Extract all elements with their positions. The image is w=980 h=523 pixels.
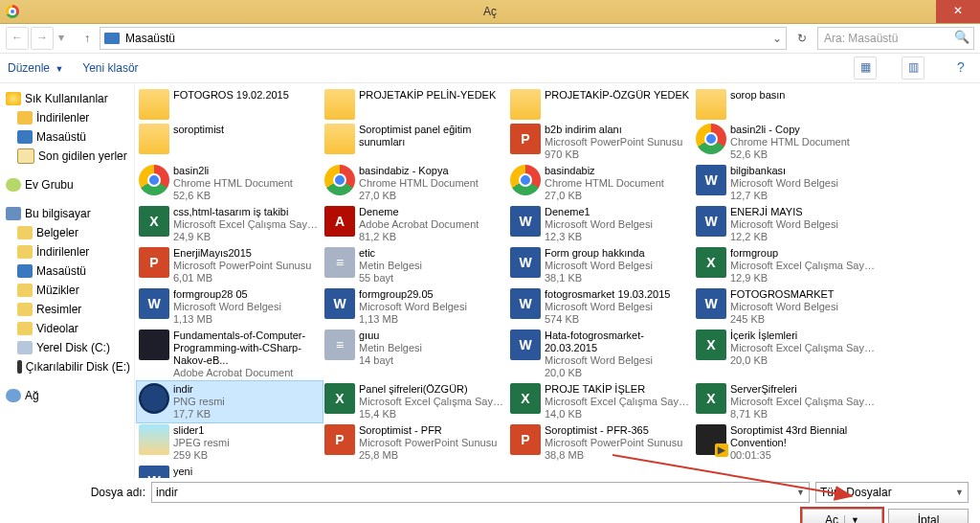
up-button[interactable]: ↑ [78,30,96,47]
file-item[interactable]: WDeneme1Microsoft Word Belgesi12,3 KB [508,204,694,245]
homegroup-icon [6,178,21,192]
cancel-button[interactable]: İptal [888,509,969,523]
back-button[interactable]: ← [6,27,29,50]
sidebar-thispc[interactable]: Bu bilgisayar [0,204,134,223]
file-item[interactable]: basin2li - CopyChrome HTML Document52,6 … [694,122,880,163]
sidebar-favorites[interactable]: Sık Kullanılanlar [0,89,134,108]
file-item[interactable]: WFOTOGROSMARKETMicrosoft Word Belgesi245… [694,286,880,328]
file-item[interactable]: sorop basın [694,87,880,122]
breadcrumb[interactable]: Masaüstü ⌄ [100,27,787,50]
close-button[interactable]: ✕ [936,0,980,23]
file-item[interactable]: ≡eticMetin Belgesi55 bayt [323,245,508,286]
file-size: 245 KB [730,313,838,326]
file-item[interactable]: XformgroupMicrosoft Excel Çalışma Sayfas… [694,245,880,286]
file-item[interactable]: basindabiz - KopyaChrome HTML Document27… [323,163,508,204]
main-area: Sık Kullanılanlar İndirilenler Masaüstü … [0,83,980,478]
word-icon: W [324,288,355,319]
search-input[interactable]: Ara: Masaüstü 🔍 [817,27,974,50]
folder-icon [17,284,33,297]
file-item[interactable]: FOTOGROS 19.02.2015 [137,87,323,122]
breadcrumb-dropdown-icon[interactable]: ⌄ [772,32,782,45]
sidebar-item-desktop[interactable]: Masaüstü [0,127,134,147]
sidebar-item-desktop2[interactable]: Masaüstü [0,262,134,281]
file-size: 1,13 MB [359,313,467,326]
file-item[interactable]: basin2liChrome HTML Document52,6 KB [137,163,323,204]
forward-button[interactable]: → [31,27,54,50]
sidebar-item-cdisk[interactable]: Yerel Disk (C:) [0,338,134,357]
sidebar-item-pictures[interactable]: Resimler [0,300,134,319]
file-item[interactable]: PSoroptimist - PFRMicrosoft PowerPoint S… [323,422,508,464]
folder-icon [324,124,355,154]
organize-label: Düzenle [8,61,50,75]
file-item[interactable]: PROJETAKİP-ÖZGÜR YEDEK [508,87,694,122]
sidebar-item-edisk[interactable]: Çıkarılabilir Disk (E:) [0,357,134,376]
organize-button[interactable]: Düzenle ▼ [8,61,63,75]
desktop-icon [17,264,33,278]
file-size: 38,1 KB [545,272,653,284]
file-item[interactable]: Xİçerik İşlemleriMicrosoft Excel Çalışma… [694,328,880,381]
file-item[interactable]: soroptimist [137,122,323,163]
file-item[interactable]: XPROJE TAKİP İŞLERMicrosoft Excel Çalışm… [508,381,694,422]
sidebar-homegroup[interactable]: Ev Grubu [0,175,134,194]
excel-icon: X [324,383,355,414]
file-item[interactable]: XServerŞifreleriMicrosoft Excel Çalışma … [694,381,880,422]
file-name: formgroup29.05 [359,288,467,301]
file-item[interactable]: Soroptimist 43rd Biennial Convention!00:… [694,422,880,464]
chevron-down-icon[interactable]: ▼ [955,488,964,497]
refresh-button[interactable]: ↻ [791,32,813,45]
file-item[interactable]: ADenemeAdobe Acrobat Document81,2 KB [323,204,508,245]
sidebar-item-documents[interactable]: Belgeler [0,223,134,242]
file-name: FOTOGROS 19.02.2015 [173,89,289,102]
file-name: ENERJİ MAYIS [730,206,838,218]
file-item[interactable]: WHata-fotogrosmarket-20.03.2015Microsoft… [508,328,694,381]
file-item[interactable]: WForm group hakkındaMicrosoft Word Belge… [508,245,694,286]
file-item[interactable]: Wformgroup28 05Microsoft Word Belgesi1,1… [137,286,323,328]
file-item[interactable]: Xcss,html-tasarım iş takibiMicrosoft Exc… [137,204,323,245]
file-icon: W [139,466,169,478]
file-item[interactable]: Wfotogrosmarket 19.03.2015Microsoft Word… [508,286,694,328]
file-name: fotogrosmarket 19.03.2015 [545,288,670,301]
sidebar-item-downloads[interactable]: İndirilenler [0,108,134,127]
window-titlebar: Aç ✕ [0,0,980,24]
file-grid[interactable]: FOTOGROS 19.02.2015PROJETAKİP PELİN-YEDE… [135,83,980,478]
file-item[interactable]: Soroptimist panel eğitim sunumları [323,122,508,163]
pdf-icon: A [324,206,355,237]
file-item[interactable]: indirPNG resmi17,7 KB [137,381,323,422]
file-item[interactable]: Wyeniistekler-fotogrosmarket-20.03.2015M… [137,464,323,478]
filter-select[interactable]: Tüm Dosyalar ▼ [815,482,969,503]
file-item[interactable]: slider1JPEG resmi259 KB [137,422,323,464]
new-folder-button[interactable]: Yeni klasör [82,61,138,75]
chevron-down-icon[interactable]: ▼ [796,488,805,497]
file-item[interactable]: basindabizChrome HTML Document27,0 KB [508,163,694,204]
help-button[interactable]: ? [949,57,972,80]
folder-icon [17,226,33,239]
file-item[interactable]: PSoroptimist - PFR-365Microsoft PowerPoi… [508,422,694,464]
sidebar-item-music[interactable]: Müzikler [0,281,134,300]
pc-icon [6,207,21,220]
file-size: 27,0 KB [545,190,664,202]
view-icon-2[interactable]: ▥ [902,57,924,80]
file-item[interactable]: PROJETAKİP PELİN-YEDEK [323,87,508,122]
sidebar-label: Masaüstü [36,129,86,145]
file-item[interactable]: WbilgibankasıMicrosoft Word Belgesi12,7 … [694,163,880,204]
open-button[interactable]: Aç ▼ [802,509,882,523]
filename-input[interactable]: indir ▼ [151,482,810,503]
sidebar-item-recent[interactable]: Son gidilen yerler [0,147,134,166]
file-item[interactable]: Pb2b indirim alanıMicrosoft PowerPoint S… [508,122,694,163]
file-item[interactable]: XPanel şifreleri(ÖZGÜR)Microsoft Excel Ç… [323,381,508,422]
folder-icon [17,303,33,316]
history-dropdown[interactable]: ▾ [56,28,67,49]
file-item[interactable]: PEnerjiMayıs2015Microsoft PowerPoint Sun… [137,245,323,286]
sidebar-network[interactable]: Ağ [0,386,134,405]
sidebar-item-videos[interactable]: Videolar [0,319,134,338]
chrome-icon [6,5,19,18]
video-icon [696,424,726,455]
file-item[interactable]: Wformgroup29.05Microsoft Word Belgesi1,1… [323,286,508,328]
sidebar-item-downloads2[interactable]: İndirilenler [0,242,134,262]
file-size: 55 bayt [359,272,422,284]
view-icon-1[interactable]: ▦ [854,57,877,80]
file-item[interactable]: ≡gıuuMetin Belgesi14 bayt [323,328,508,381]
file-item[interactable]: Fundamentals-of-Computer-Programming-wit… [137,328,323,381]
file-item[interactable]: WENERJİ MAYISMicrosoft Word Belgesi12,2 … [694,204,880,245]
open-split-dropdown[interactable]: ▼ [844,515,859,523]
